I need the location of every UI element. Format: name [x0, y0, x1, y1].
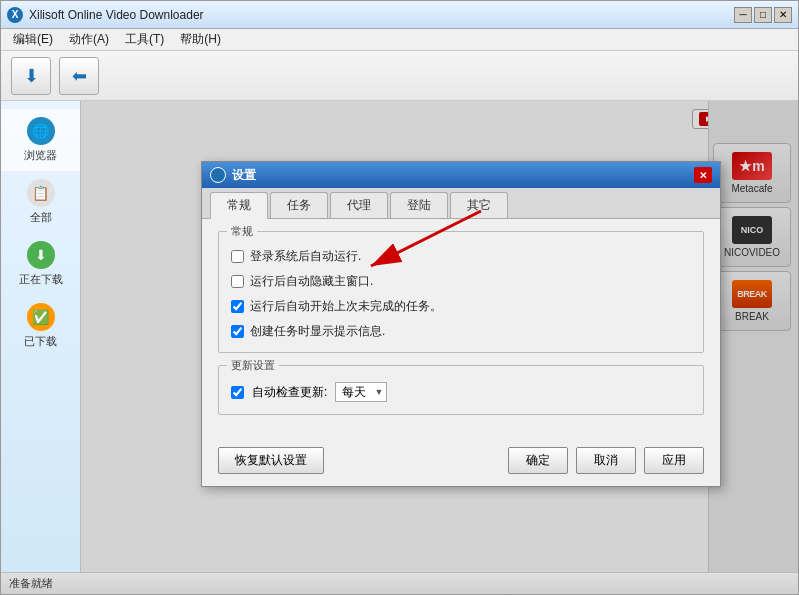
- checkbox-show-tips-label: 创建任务时显示提示信息.: [250, 323, 385, 340]
- dialog-title-bar: 设置 ✕: [202, 162, 720, 188]
- general-section: 常规 登录系统后自动运行. 运行后自动隐藏主窗口.: [218, 231, 704, 353]
- title-bar: X Xilisoft Online Video Downloader ─ □ ✕: [1, 1, 798, 29]
- auto-update-checkbox[interactable]: [231, 386, 244, 399]
- settings-dialog: 设置 ✕ 常规 任务 代理 登陆 其它: [201, 161, 721, 487]
- all-icon: 📋: [27, 179, 55, 207]
- checkbox-auto-start-input[interactable]: [231, 250, 244, 263]
- checkbox-resume-tasks: 运行后自动开始上次未完成的任务。: [231, 298, 691, 315]
- minimize-button[interactable]: ─: [734, 7, 752, 23]
- apply-button[interactable]: 应用: [644, 447, 704, 474]
- update-section: 更新设置 自动检查更新: 每天 每周 每月 从不: [218, 365, 704, 415]
- close-button[interactable]: ✕: [774, 7, 792, 23]
- dialog-overlay: 设置 ✕ 常规 任务 代理 登陆 其它: [81, 101, 798, 572]
- back-icon: ⬅: [72, 65, 87, 87]
- checkbox-hide-window-label: 运行后自动隐藏主窗口.: [250, 273, 373, 290]
- tab-proxy[interactable]: 代理: [330, 192, 388, 218]
- download-button[interactable]: ⬇: [11, 57, 51, 95]
- back-button[interactable]: ⬅: [59, 57, 99, 95]
- sidebar-item-downloaded[interactable]: ✅ 已下载: [1, 295, 80, 357]
- toolbar: ⬇ ⬅: [1, 51, 798, 101]
- sidebar: 🌐 浏览器 📋 全部 ⬇ 正在下载 ✅ 已下载: [1, 101, 81, 572]
- auto-update-label: 自动检查更新:: [252, 384, 327, 401]
- main-content: ▶ YouTube ▼ ★m Metacafe NICO NICOVIDEO B…: [81, 101, 798, 572]
- status-text: 准备就绪: [9, 576, 53, 591]
- update-section-label: 更新设置: [227, 358, 279, 373]
- tab-login[interactable]: 登陆: [390, 192, 448, 218]
- checkbox-show-tips-input[interactable]: [231, 325, 244, 338]
- dialog-icon: [210, 167, 226, 183]
- checkbox-auto-start: 登录系统后自动运行.: [231, 248, 691, 265]
- dialog-footer: 恢复默认设置 确定 取消 应用: [202, 439, 720, 486]
- window-controls: ─ □ ✕: [734, 7, 792, 23]
- app-icon: X: [7, 7, 23, 23]
- dialog-body: 常规 登录系统后自动运行. 运行后自动隐藏主窗口.: [202, 219, 720, 439]
- dialog-close-button[interactable]: ✕: [694, 167, 712, 183]
- window-title: Xilisoft Online Video Downloader: [29, 8, 734, 22]
- downloaded-icon: ✅: [27, 303, 55, 331]
- sidebar-label-browser: 浏览器: [24, 148, 57, 163]
- footer-left: 恢复默认设置: [218, 447, 500, 474]
- menu-help[interactable]: 帮助(H): [172, 29, 229, 50]
- checkbox-hide-window-input[interactable]: [231, 275, 244, 288]
- content-area: 🌐 浏览器 📋 全部 ⬇ 正在下载 ✅ 已下载 ▶ YouTube: [1, 101, 798, 572]
- status-bar: 准备就绪: [1, 572, 798, 594]
- dialog-tabs: 常规 任务 代理 登陆 其它: [202, 188, 720, 219]
- update-row: 自动检查更新: 每天 每周 每月 从不: [231, 382, 691, 402]
- sidebar-item-all[interactable]: 📋 全部: [1, 171, 80, 233]
- menu-tools[interactable]: 工具(T): [117, 29, 172, 50]
- sidebar-label-all: 全部: [30, 210, 52, 225]
- frequency-select-wrapper: 每天 每周 每月 从不: [335, 382, 387, 402]
- ok-button[interactable]: 确定: [508, 447, 568, 474]
- sidebar-label-downloaded: 已下载: [24, 334, 57, 349]
- tab-task[interactable]: 任务: [270, 192, 328, 218]
- menu-bar: 编辑(E) 动作(A) 工具(T) 帮助(H): [1, 29, 798, 51]
- sidebar-item-downloading[interactable]: ⬇ 正在下载: [1, 233, 80, 295]
- checkbox-show-tips: 创建任务时显示提示信息.: [231, 323, 691, 340]
- dialog-title: 设置: [232, 167, 694, 184]
- frequency-select[interactable]: 每天 每周 每月 从不: [335, 382, 387, 402]
- checkbox-resume-tasks-label: 运行后自动开始上次未完成的任务。: [250, 298, 442, 315]
- downloading-icon: ⬇: [27, 241, 55, 269]
- general-section-label: 常规: [227, 224, 257, 239]
- restore-defaults-button[interactable]: 恢复默认设置: [218, 447, 324, 474]
- cancel-button[interactable]: 取消: [576, 447, 636, 474]
- checkbox-hide-window: 运行后自动隐藏主窗口.: [231, 273, 691, 290]
- browser-icon: 🌐: [27, 117, 55, 145]
- menu-edit[interactable]: 编辑(E): [5, 29, 61, 50]
- sidebar-label-downloading: 正在下载: [19, 272, 63, 287]
- checkbox-auto-start-label: 登录系统后自动运行.: [250, 248, 361, 265]
- menu-action[interactable]: 动作(A): [61, 29, 117, 50]
- download-icon: ⬇: [24, 65, 39, 87]
- checkbox-resume-tasks-input[interactable]: [231, 300, 244, 313]
- maximize-button[interactable]: □: [754, 7, 772, 23]
- sidebar-item-browser[interactable]: 🌐 浏览器: [1, 109, 80, 171]
- tab-general[interactable]: 常规: [210, 192, 268, 219]
- tab-other[interactable]: 其它: [450, 192, 508, 218]
- main-window: X Xilisoft Online Video Downloader ─ □ ✕…: [0, 0, 799, 595]
